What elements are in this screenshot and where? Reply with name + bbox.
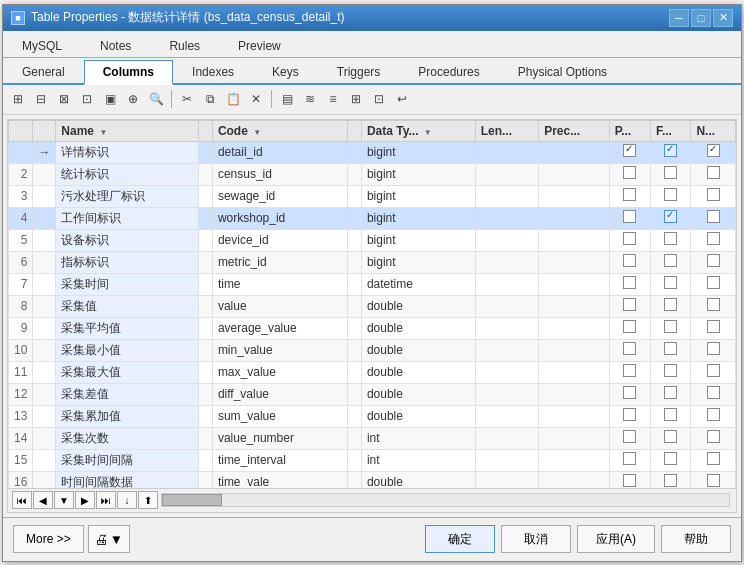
col-foreign-key[interactable] <box>650 471 691 488</box>
foreign-key-checkbox[interactable] <box>664 232 677 245</box>
table-row[interactable]: →详情标识detail_idbigint <box>9 141 736 163</box>
col-header-name[interactable]: Name ▼ <box>56 120 199 141</box>
tb-btn-15[interactable]: ⊡ <box>368 88 390 110</box>
col-nullable[interactable] <box>691 207 736 229</box>
nullable-checkbox[interactable] <box>707 276 720 289</box>
tb-btn-2[interactable]: ⊟ <box>30 88 52 110</box>
table-row[interactable]: 6指标标识metric_idbigint <box>9 251 736 273</box>
col-foreign-key[interactable] <box>650 229 691 251</box>
col-nullable[interactable] <box>691 141 736 163</box>
nav-next[interactable]: ▶ <box>75 491 95 509</box>
ok-button[interactable]: 确定 <box>425 525 495 553</box>
col-foreign-key[interactable] <box>650 251 691 273</box>
col-foreign-key[interactable] <box>650 185 691 207</box>
nullable-checkbox[interactable] <box>707 408 720 421</box>
nav-last[interactable]: ⏭ <box>96 491 116 509</box>
tb-delete[interactable]: ✕ <box>245 88 267 110</box>
col-primary-key[interactable] <box>609 471 650 488</box>
primary-key-checkbox[interactable] <box>623 474 636 487</box>
table-row[interactable]: 16时间间隔数据time_valedouble <box>9 471 736 488</box>
table-row[interactable]: 4工作间标识workshop_idbigint <box>9 207 736 229</box>
tb-btn-12[interactable]: ≋ <box>299 88 321 110</box>
nav-first[interactable]: ⏮ <box>12 491 32 509</box>
nullable-checkbox[interactable] <box>707 386 720 399</box>
primary-key-checkbox[interactable] <box>623 342 636 355</box>
col-nullable[interactable] <box>691 295 736 317</box>
col-primary-key[interactable] <box>609 207 650 229</box>
primary-key-checkbox[interactable] <box>623 210 636 223</box>
table-row[interactable]: 14采集次数value_numberint <box>9 427 736 449</box>
tb-btn-14[interactable]: ⊞ <box>345 88 367 110</box>
minimize-button[interactable]: ─ <box>669 9 689 27</box>
primary-key-checkbox[interactable] <box>623 452 636 465</box>
table-container[interactable]: Name ▼ Code ▼ Data Ty... ▼ Len... Prec..… <box>8 120 736 488</box>
primary-key-checkbox[interactable] <box>623 166 636 179</box>
col-foreign-key[interactable] <box>650 141 691 163</box>
col-nullable[interactable] <box>691 405 736 427</box>
tab-rules[interactable]: Rules <box>150 34 219 58</box>
col-nullable[interactable] <box>691 449 736 471</box>
nullable-checkbox[interactable] <box>707 342 720 355</box>
tab-keys[interactable]: Keys <box>253 60 318 84</box>
tb-btn-11[interactable]: ▤ <box>276 88 298 110</box>
col-header-p[interactable]: P... <box>609 120 650 141</box>
col-primary-key[interactable] <box>609 339 650 361</box>
col-primary-key[interactable] <box>609 229 650 251</box>
col-nullable[interactable] <box>691 229 736 251</box>
nullable-checkbox[interactable] <box>707 452 720 465</box>
maximize-button[interactable]: □ <box>691 9 711 27</box>
table-row[interactable]: 13采集累加值sum_valuedouble <box>9 405 736 427</box>
tb-btn-5[interactable]: ▣ <box>99 88 121 110</box>
apply-button[interactable]: 应用(A) <box>577 525 655 553</box>
col-nullable[interactable] <box>691 273 736 295</box>
horizontal-scrollbar[interactable] <box>161 493 730 507</box>
col-foreign-key[interactable] <box>650 405 691 427</box>
tb-copy[interactable]: ⧉ <box>199 88 221 110</box>
nullable-checkbox[interactable] <box>707 320 720 333</box>
table-row[interactable]: 12采集差值diff_valuedouble <box>9 383 736 405</box>
col-primary-key[interactable] <box>609 383 650 405</box>
foreign-key-checkbox[interactable] <box>664 254 677 267</box>
close-button[interactable]: ✕ <box>713 9 733 27</box>
col-nullable[interactable] <box>691 471 736 488</box>
primary-key-checkbox[interactable] <box>623 386 636 399</box>
table-row[interactable]: 5设备标识device_idbigint <box>9 229 736 251</box>
foreign-key-checkbox[interactable] <box>664 188 677 201</box>
tb-btn-6[interactable]: ⊕ <box>122 88 144 110</box>
col-nullable[interactable] <box>691 163 736 185</box>
tb-btn-1[interactable]: ⊞ <box>7 88 29 110</box>
tb-paste[interactable]: 📋 <box>222 88 244 110</box>
foreign-key-checkbox[interactable] <box>664 430 677 443</box>
foreign-key-checkbox[interactable] <box>664 408 677 421</box>
col-foreign-key[interactable] <box>650 339 691 361</box>
col-foreign-key[interactable] <box>650 163 691 185</box>
col-primary-key[interactable] <box>609 427 650 449</box>
tb-btn-16[interactable]: ↩ <box>391 88 413 110</box>
table-row[interactable]: 9采集平均值average_valuedouble <box>9 317 736 339</box>
tb-btn-4[interactable]: ⊡ <box>76 88 98 110</box>
col-nullable[interactable] <box>691 339 736 361</box>
col-primary-key[interactable] <box>609 251 650 273</box>
col-primary-key[interactable] <box>609 317 650 339</box>
nullable-checkbox[interactable] <box>707 166 720 179</box>
foreign-key-checkbox[interactable] <box>664 320 677 333</box>
foreign-key-checkbox[interactable] <box>664 298 677 311</box>
col-header-prec[interactable]: Prec... <box>539 120 610 141</box>
foreign-key-checkbox[interactable] <box>664 452 677 465</box>
tb-btn-7[interactable]: 🔍 <box>145 88 167 110</box>
tab-preview[interactable]: Preview <box>219 34 300 58</box>
tb-btn-3[interactable]: ⊠ <box>53 88 75 110</box>
col-primary-key[interactable] <box>609 449 650 471</box>
col-nullable[interactable] <box>691 251 736 273</box>
primary-key-checkbox[interactable] <box>623 320 636 333</box>
foreign-key-checkbox[interactable] <box>664 364 677 377</box>
nav-prev[interactable]: ◀ <box>33 491 53 509</box>
primary-key-checkbox[interactable] <box>623 430 636 443</box>
primary-key-checkbox[interactable] <box>623 298 636 311</box>
col-header-len[interactable]: Len... <box>475 120 539 141</box>
more-button[interactable]: More >> <box>13 525 84 553</box>
col-header-dtype[interactable]: Data Ty... ▼ <box>361 120 475 141</box>
nullable-checkbox[interactable] <box>707 364 720 377</box>
nullable-checkbox[interactable] <box>707 232 720 245</box>
col-foreign-key[interactable] <box>650 361 691 383</box>
